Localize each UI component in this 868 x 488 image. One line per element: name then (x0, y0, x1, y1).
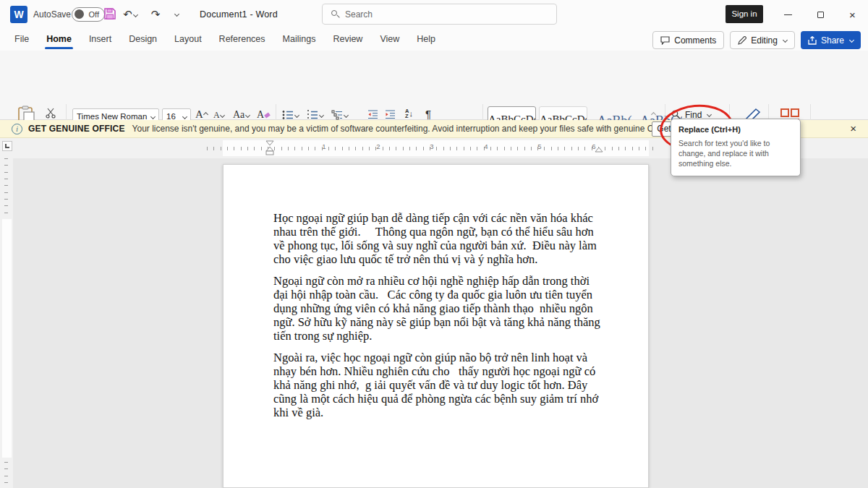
bullet-list-icon (282, 110, 294, 120)
caret-up-icon (203, 112, 208, 117)
tab-references[interactable]: References (210, 29, 274, 51)
chevron-down-icon (849, 38, 854, 43)
chevron-down-icon (319, 112, 324, 117)
autosave-label: AutoSave (33, 9, 71, 20)
styles-scroll-up-button[interactable] (646, 107, 660, 121)
document-text[interactable]: Học ngoại ngữ giúp bạn dễ dàng tiếp cận … (273, 211, 600, 427)
ruler-mark: 3 (428, 142, 435, 150)
bullets-button[interactable] (282, 110, 299, 120)
chevron-down-icon (182, 114, 187, 119)
paragraph-3[interactable]: Ngoài ra, việc học ngoại ngữ còn giúp nã… (273, 351, 600, 419)
paragraph-1[interactable]: Học ngoại ngữ giúp bạn dễ dàng tiếp cận … (273, 211, 600, 266)
search-icon (331, 10, 339, 18)
numbered-list-icon (307, 110, 318, 120)
ruler-mark: 2 (375, 142, 382, 150)
indent-markers-left[interactable] (265, 140, 275, 156)
change-case-button[interactable]: Aa (233, 109, 250, 121)
sort-button[interactable]: AZ ↓ (405, 108, 413, 119)
multilevel-list-button[interactable] (331, 110, 348, 120)
chevron-down-icon (245, 112, 250, 117)
close-button[interactable]: × (837, 0, 868, 29)
word-logo-icon: W (10, 6, 27, 23)
chevron-up-icon (650, 111, 655, 116)
title-bar: W AutoSave Off ↶ ↷ Document1 - Word Sear… (0, 0, 868, 29)
search-placeholder: Search (345, 9, 373, 20)
tab-view[interactable]: View (371, 29, 408, 51)
replace-tooltip: Replace (Ctrl+H) Search for text you'd l… (671, 119, 801, 176)
indent-marker-right[interactable] (594, 146, 604, 155)
tab-mailings[interactable]: Mailings (274, 29, 325, 51)
ruler-mark: 4 (482, 142, 490, 150)
close-icon: × (849, 9, 856, 21)
clear-formatting-icon: A (257, 109, 264, 121)
tab-selector-button[interactable] (2, 141, 12, 151)
document-title: Document1 - Word (200, 9, 278, 20)
redo-button[interactable]: ↷ (147, 6, 164, 23)
change-case-icon: Aa (233, 109, 244, 121)
ruler-page-area (2, 219, 12, 458)
tooltip-title: Replace (Ctrl+H) (678, 125, 793, 134)
chevron-down-icon (133, 12, 138, 17)
restore-button[interactable] (804, 0, 837, 29)
info-icon: i (12, 124, 22, 134)
ruler-mark: 1 (320, 142, 328, 150)
share-label: Share (821, 35, 844, 46)
tab-help[interactable]: Help (408, 29, 444, 51)
chevron-down-icon (344, 112, 349, 117)
editing-mode-label: Editing (751, 35, 778, 46)
tab-layout[interactable]: Layout (166, 29, 210, 51)
tab-review[interactable]: Review (324, 29, 371, 51)
clear-formatting-button[interactable]: A (257, 109, 270, 121)
tooltip-body: Search for text you'd like to change, an… (678, 138, 793, 169)
save-icon[interactable] (103, 7, 116, 20)
tab-file[interactable]: File (6, 29, 38, 51)
toggle-knob-icon (75, 9, 84, 19)
shrink-font-button[interactable]: A (213, 110, 224, 121)
sign-in-button[interactable]: Sign in (726, 5, 763, 23)
notice-message: Your license isn't genuine, and you may … (132, 124, 695, 134)
numbering-button[interactable] (307, 110, 323, 120)
cut-button[interactable] (45, 107, 56, 119)
chevron-down-icon (150, 114, 156, 119)
grow-font-icon: A (195, 108, 203, 121)
chevron-down-icon (174, 12, 179, 17)
autosave-toggle[interactable]: Off (72, 7, 105, 22)
notice-title: GET GENUINE OFFICE (28, 124, 125, 134)
editing-mode-button[interactable]: Editing (730, 31, 795, 49)
notice-close-icon[interactable]: × (850, 122, 856, 134)
tab-design[interactable]: Design (120, 29, 166, 51)
document-page[interactable]: Học ngoại ngữ giúp bạn dễ dàng tiếp cận … (223, 164, 649, 488)
increase-indent-button[interactable] (385, 110, 396, 119)
customize-qat-button[interactable] (168, 6, 185, 23)
word-window: W AutoSave Off ↶ ↷ Document1 - Word Sear… (0, 0, 868, 488)
comments-button[interactable]: Comments (652, 31, 724, 49)
search-input[interactable]: Search (322, 4, 557, 25)
ruler-mark: 5 (536, 142, 543, 150)
tab-home[interactable]: Home (38, 29, 80, 51)
minimize-button[interactable] (772, 0, 804, 29)
tab-insert[interactable]: Insert (80, 29, 120, 51)
grow-font-button[interactable]: A (195, 108, 208, 121)
scissors-icon (45, 107, 56, 119)
sort-arrow-icon: ↓ (409, 109, 413, 118)
undo-button[interactable]: ↶ (122, 6, 139, 23)
minimize-icon (784, 14, 792, 15)
pencil-icon (738, 36, 746, 45)
chevron-down-icon (294, 112, 299, 117)
paragraph-2[interactable]: Ngoại ngữ còn mở ra nhiều cơ hội nghề ng… (273, 274, 600, 343)
vertical-ruler (0, 158, 13, 488)
shrink-font-icon: A (213, 110, 220, 121)
chevron-down-icon (783, 38, 788, 43)
caret-down-icon (220, 113, 225, 118)
multilevel-list-icon (331, 110, 343, 120)
document-canvas: Học ngoại ngữ giúp bạn dễ dàng tiếp cận … (13, 158, 868, 488)
outdent-icon (367, 110, 378, 119)
show-marks-button[interactable]: ¶ (425, 108, 431, 120)
indent-icon (385, 110, 396, 119)
ribbon: Paste Clipboard Times New Roman 16 A A A… (0, 51, 868, 120)
eraser-icon (264, 112, 271, 118)
autosave-state: Off (89, 10, 99, 19)
share-button[interactable]: Share (801, 31, 861, 49)
decrease-indent-button[interactable] (367, 110, 378, 119)
comment-icon (660, 36, 670, 45)
